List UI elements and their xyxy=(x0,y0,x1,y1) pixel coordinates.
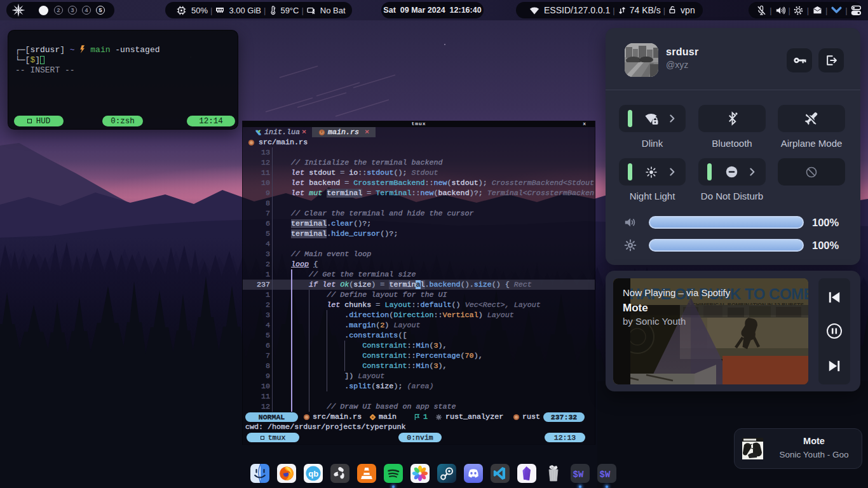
svg-text:$W: $W xyxy=(573,470,584,480)
svg-text:R: R xyxy=(321,131,323,134)
svg-text:qb: qb xyxy=(308,469,318,478)
svg-text:$W: $W xyxy=(600,470,611,480)
